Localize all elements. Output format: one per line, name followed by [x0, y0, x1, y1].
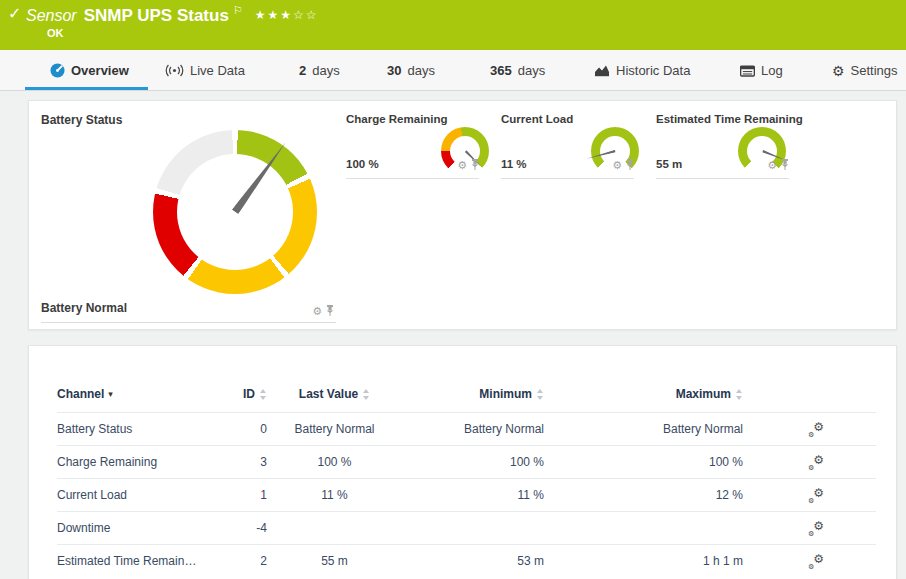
column-header-minimum[interactable]: Minimum: [402, 387, 544, 401]
pin-icon[interactable]: [471, 156, 479, 174]
tab-365-days[interactable]: 365 days: [490, 50, 545, 91]
last-value: 11 %: [267, 488, 402, 502]
channel-name: Battery Status: [57, 422, 217, 436]
tab-number: 30: [387, 63, 401, 78]
column-label: Channel: [57, 387, 104, 401]
sort-desc-icon: ▾: [108, 389, 113, 399]
column-header-last-value[interactable]: Last Value: [267, 387, 402, 401]
last-value: 55 m: [267, 554, 402, 568]
column-header-id[interactable]: ID: [217, 387, 267, 401]
tab-label: days: [407, 63, 434, 78]
gear-icon: ⚙: [813, 519, 824, 533]
channel-settings-icon[interactable]: ⚙⚙: [808, 488, 824, 503]
estimated-time-gauge-cell: Estimated Time Remaining 55 m ⚙: [656, 111, 789, 179]
gauge-gear-icon[interactable]: ⚙: [767, 160, 777, 171]
battery-status-gauge: [153, 130, 317, 294]
channel-name: Downtime: [57, 521, 217, 535]
page-title: SNMP UPS Status: [84, 6, 229, 25]
status-badge: OK: [47, 27, 64, 39]
tab-number: 365: [490, 63, 512, 78]
sort-icon: [259, 389, 267, 400]
gear-icon: ⚙: [808, 530, 814, 538]
column-label: Last Value: [299, 387, 358, 401]
channel-settings-icon[interactable]: ⚙⚙: [808, 422, 824, 437]
gauge-title: Charge Remaining: [346, 113, 448, 125]
minimum-value: Battery Normal: [402, 422, 544, 436]
tab-2-days[interactable]: 2 days: [299, 50, 340, 91]
pin-icon[interactable]: [326, 302, 334, 320]
channel-settings-icon[interactable]: ⚙⚙: [808, 521, 824, 536]
gear-icon: ⚙: [813, 453, 824, 467]
minimum-value: 100 %: [402, 455, 544, 469]
tab-live-data[interactable]: Live Data: [165, 50, 245, 91]
tab-bar: Overview Live Data 2 days 30 days 365 da…: [0, 50, 906, 91]
column-label: ID: [243, 387, 255, 401]
gear-icon: ⚙: [808, 464, 814, 472]
table-row[interactable]: Charge Remaining 3 100 % 100 % 100 % ⚙⚙: [57, 445, 876, 478]
channel-id: 3: [217, 455, 267, 469]
gauges-panel: Battery Status Battery Normal ⚙ Charge R…: [28, 100, 897, 330]
tab-overview[interactable]: Overview: [50, 50, 129, 91]
gauge-gear-icon[interactable]: ⚙: [312, 306, 322, 317]
pin-icon[interactable]: [781, 156, 789, 174]
gauge-gear-icon[interactable]: ⚙: [612, 160, 622, 171]
channel-id: 0: [217, 422, 267, 436]
current-load-gauge-cell: Current Load 11 % ⚙: [501, 111, 634, 179]
gear-icon: ⚙: [808, 431, 814, 439]
channel-name: Charge Remaining: [57, 455, 217, 469]
charge-remaining-gauge-cell: Charge Remaining 100 % ⚙: [346, 111, 479, 179]
priority-stars[interactable]: ★★★☆☆: [255, 8, 319, 22]
tab-label: Log: [761, 63, 783, 78]
minimum-value: 11 %: [402, 488, 544, 502]
sensor-status-header: ✓ SensorSNMP UPS Status⚐★★★☆☆ OK: [0, 0, 906, 50]
gauge-title: Estimated Time Remaining: [656, 113, 803, 125]
gear-icon: ⚙: [813, 420, 824, 434]
active-tab-underline: [25, 87, 148, 90]
channel-id: 1: [217, 488, 267, 502]
table-row[interactable]: Current Load 1 11 % 11 % 12 % ⚙⚙: [57, 478, 876, 511]
tab-settings[interactable]: ⚙ Settings: [832, 50, 898, 91]
gauge-value: 100 %: [346, 158, 379, 170]
channel-name: Current Load: [57, 488, 217, 502]
channel-settings-icon[interactable]: ⚙⚙: [808, 455, 824, 470]
table-header-row: Channel ▾ ID Last Value Minimum Maximum: [57, 376, 876, 412]
channels-table: Channel ▾ ID Last Value Minimum Maximum: [57, 376, 876, 577]
tab-label: days: [312, 63, 339, 78]
column-header-maximum[interactable]: Maximum: [544, 387, 743, 401]
channel-id: -4: [217, 521, 267, 535]
maximum-value: 1 h 1 m: [544, 554, 743, 568]
sort-icon: [362, 389, 370, 400]
pin-icon[interactable]: [626, 156, 634, 174]
gauge-title: Battery Status: [41, 113, 122, 127]
maximum-value: 100 %: [544, 455, 743, 469]
last-value: Battery Normal: [267, 422, 402, 436]
gear-icon: ⚙: [813, 552, 824, 566]
tab-label: Live Data: [190, 63, 245, 78]
gear-icon: ⚙: [813, 486, 824, 500]
object-kind-label: Sensor: [26, 7, 77, 24]
tab-label: Overview: [71, 63, 129, 78]
live-signal-icon: [165, 64, 184, 77]
maximum-value: Battery Normal: [544, 422, 743, 436]
flag-icon[interactable]: ⚐: [233, 4, 243, 16]
tab-30-days[interactable]: 30 days: [387, 50, 435, 91]
channel-settings-icon[interactable]: ⚙⚙: [808, 554, 824, 569]
tab-label: Settings: [851, 63, 898, 78]
channels-panel: Channel ▾ ID Last Value Minimum Maximum: [28, 345, 897, 579]
gauge-value: Battery Normal: [41, 301, 127, 315]
maximum-value: 12 %: [544, 488, 743, 502]
column-header-channel[interactable]: Channel ▾: [57, 387, 113, 401]
tab-log[interactable]: Log: [740, 50, 783, 91]
table-row[interactable]: Downtime -4 ⚙⚙: [57, 511, 876, 544]
gauge-gear-icon[interactable]: ⚙: [457, 160, 467, 171]
table-row[interactable]: Estimated Time Remain… 2 55 m 53 m 1 h 1…: [57, 544, 876, 577]
gear-icon: ⚙: [832, 63, 845, 79]
gauge-icon: [50, 63, 65, 78]
gauge-value: 11 %: [501, 158, 527, 170]
sort-icon: [735, 389, 743, 400]
status-ok-check-icon: ✓: [8, 4, 21, 23]
gear-icon: ⚙: [808, 563, 814, 571]
tab-historic-data[interactable]: Historic Data: [594, 50, 690, 91]
tab-label: Historic Data: [616, 63, 690, 78]
table-row[interactable]: Battery Status 0 Battery Normal Battery …: [57, 412, 876, 445]
